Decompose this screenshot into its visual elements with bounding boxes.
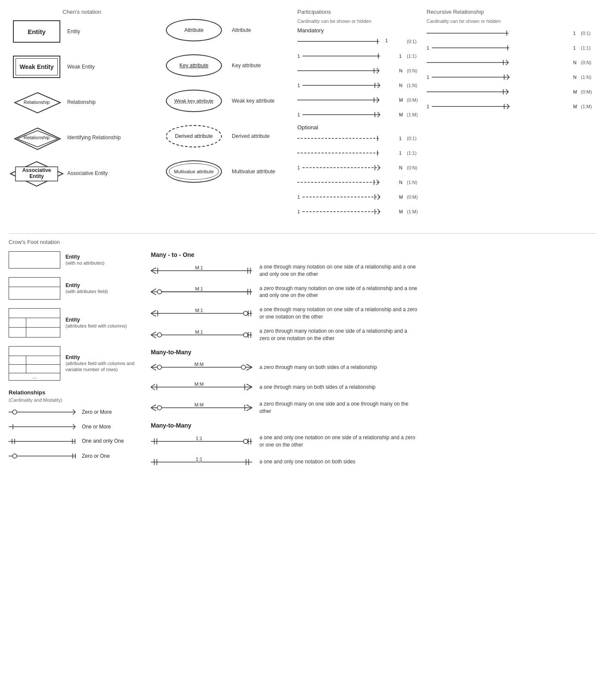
part-line-4 [297,96,399,104]
svg-line-72 [73,424,75,427]
svg-point-116 [157,365,162,369]
key-attr-ellipse: Key attribute [166,54,222,77]
one-to-one-title: Many-to-Many [151,422,596,429]
svg-line-38 [377,194,380,197]
svg-line-73 [73,427,75,429]
attr-weak-key-shape: Weak key attribute [159,90,228,112]
chens-entity-shape: Entity [9,20,65,43]
svg-line-51 [506,62,508,65]
part-mandatory-2: N (0:N) [297,65,422,77]
recursive-title: Recursive Relationship [427,9,596,15]
part-opt-line-4 [302,193,398,201]
part-optional-1: 1 (1:1) [297,147,422,159]
identifying-diamond: Relationship [13,126,60,149]
attrs-col: Attribute Attribute Key attribute Key at… [155,9,293,220]
participations-col: Participations Cardinality can be shown … [293,9,422,220]
svg-line-126 [151,387,155,390]
entity-label: Entity [65,28,155,34]
attr-multivalue-shape: Multivalue attribute [159,160,228,183]
part-title: Participations [297,9,422,15]
crow-entity-row-plain: Entity (with no attributes) [9,251,142,269]
chens-row-relationship: Relationship Relationship [9,89,155,115]
svg-line-125 [151,384,155,387]
svg-point-132 [157,406,162,410]
rec-line-0 [427,29,573,38]
m1-line-2: M:1 [151,307,254,320]
svg-text:M:1: M:1 [195,308,203,313]
crows-legend: Relationships (Cardinality and Modality) [9,389,138,461]
legend-one-more: One or More [9,422,138,432]
svg-line-134 [151,408,156,411]
part-mandatory-1: 1 1 (1:1) [297,50,422,62]
svg-line-18 [377,97,379,100]
mm-line-1: M:M [151,381,254,394]
svg-line-14 [377,83,380,85]
m1-row-1: M:1 a zero through many notation on one … [151,285,596,300]
crow-entity-attr [9,277,60,300]
crows-title: Crow's Foot notation [9,239,596,245]
crow-entity-cols [9,308,60,338]
relationship-diamond: Relationship [13,91,60,113]
attribute-ellipse: Attribute [166,19,222,41]
mm-desc-0: a zero through many on both sides of a r… [254,364,377,371]
11-line-0: 1:1 [151,435,254,448]
svg-line-50 [506,60,508,62]
m1-desc-2: a one through many notation on one side … [254,306,418,321]
part-opt-line-2 [302,163,398,172]
mm-line-2: M:M [151,401,254,414]
svg-text:M:1: M:1 [195,265,203,270]
svg-line-120 [246,364,252,367]
rec-row-4: M (0:M) [427,86,596,98]
svg-point-79 [12,454,17,458]
rec-line-3 [432,73,572,81]
identifying-label: Identifying Relationship [65,134,155,141]
multivalue-attr-ellipse: Multivalue attribute [166,160,222,183]
svg-point-142 [243,439,248,444]
m1-line-0: M:1 [151,264,254,277]
svg-line-22 [377,112,380,115]
attr-derived-label: Derived attribute [228,133,293,139]
mm-row-0: M:M a zero through many on both sides of… [151,361,596,374]
part-subtitle: Cardinality can be shown or hidden [297,19,422,24]
svg-line-136 [246,408,252,411]
part-line-3 [302,81,398,90]
11-desc-0: a one and only one notation on one side … [254,434,418,449]
svg-line-121 [246,367,252,370]
chens-row-identifying: Relationship Identifying Relationship [9,125,155,150]
weak-key-attr-ellipse: Weak key attribute [166,90,222,112]
weak-entity-box: Weak Entity [13,56,60,78]
crow-entity-var-label: Entity (attributes field with columns an… [60,354,134,372]
attr-row-multivalue: Multivalue attribute Multivalue attribut… [159,159,293,184]
weak-entity-label: Weak Entity [65,64,155,70]
svg-point-103 [243,311,248,316]
svg-line-59 [506,92,508,94]
svg-line-85 [151,268,156,271]
part-line-5 [302,110,398,119]
svg-line-86 [151,271,156,274]
svg-point-65 [12,410,17,414]
recursive-col: Recursive Relationship Cardinality can b… [422,9,596,220]
attr-normal-shape: Attribute [159,19,228,41]
legend-zero-more: Zero or More [9,407,138,417]
part-optional-3: N (1:N) [297,176,422,188]
svg-line-101 [151,313,156,316]
legend-one-only-label: One and only One [78,438,124,445]
svg-line-19 [377,100,379,103]
svg-line-23 [377,115,380,117]
part-opt-line-1 [297,149,399,157]
attr-normal-label: Attribute [228,27,293,33]
m1-line-3: M:1 [151,328,254,341]
svg-point-111 [243,333,248,337]
mm-desc-2: a zero through many on one side and a on… [254,400,418,415]
svg-text:M:1: M:1 [195,286,203,291]
svg-line-31 [377,168,380,170]
mm-row-1: M:M a one through many on both sides of … [151,381,596,394]
attr-derived-shape: Derived attribute [159,125,228,147]
m1-row-0: M:1 a one through many notation on one s… [151,263,596,278]
svg-line-109 [151,332,156,335]
legend-one-only-line [9,436,78,447]
attr-key-label: Key attribute [228,62,293,69]
crow-entity-attr-label: Entity (with attributes field) [60,282,108,294]
mm-desc-1: a one through many on both sides of a re… [254,384,376,391]
chens-identifying-shape: Relationship [9,126,65,149]
